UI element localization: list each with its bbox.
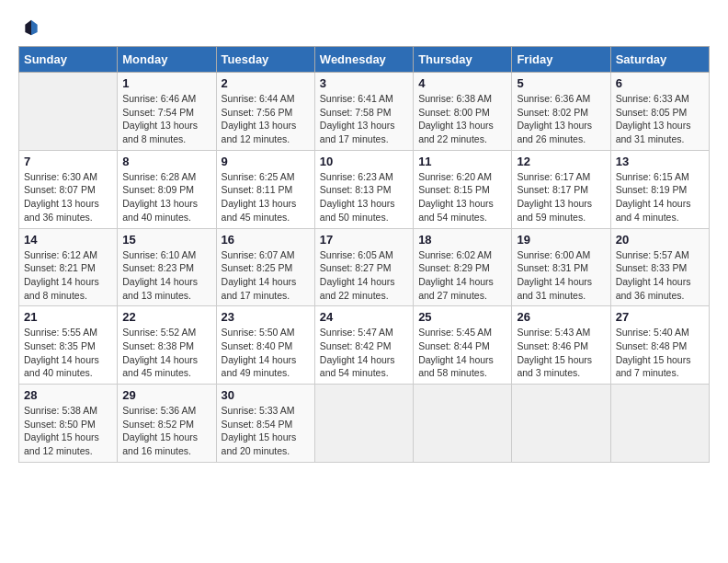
day-number: 2 <box>222 76 310 90</box>
calendar-cell: 17Sunrise: 6:05 AMSunset: 8:27 PMDayligh… <box>314 228 413 306</box>
calendar-cell: 3Sunrise: 6:41 AMSunset: 7:58 PMDaylight… <box>314 73 413 151</box>
day-number: 29 <box>122 388 210 402</box>
calendar-cell: 28Sunrise: 5:38 AMSunset: 8:50 PMDayligh… <box>19 385 118 463</box>
day-info: Sunrise: 6:07 AMSunset: 8:25 PMDaylight … <box>222 248 310 303</box>
col-monday: Monday <box>118 47 216 73</box>
calendar-cell: 13Sunrise: 6:15 AMSunset: 8:19 PMDayligh… <box>610 150 709 228</box>
week-row: 21Sunrise: 5:55 AMSunset: 8:35 PMDayligh… <box>19 306 710 385</box>
calendar-cell <box>414 385 512 463</box>
col-thursday: Thursday <box>414 47 512 73</box>
calendar-cell <box>512 385 610 463</box>
calendar-cell: 22Sunrise: 5:52 AMSunset: 8:38 PMDayligh… <box>118 306 216 385</box>
day-number: 11 <box>418 155 506 168</box>
day-info: Sunrise: 6:30 AMSunset: 8:07 PMDaylight … <box>24 170 112 224</box>
day-number: 23 <box>222 310 310 324</box>
calendar-cell: 6Sunrise: 6:33 AMSunset: 8:05 PMDaylight… <box>610 73 709 151</box>
calendar-cell: 18Sunrise: 6:02 AMSunset: 8:29 PMDayligh… <box>414 228 512 306</box>
day-info: Sunrise: 6:17 AMSunset: 8:17 PMDaylight … <box>517 170 605 224</box>
day-info: Sunrise: 6:15 AMSunset: 8:19 PMDaylight … <box>616 170 704 224</box>
calendar-cell: 8Sunrise: 6:28 AMSunset: 8:09 PMDaylight… <box>118 150 216 228</box>
col-tuesday: Tuesday <box>216 47 314 73</box>
day-number: 19 <box>517 233 605 247</box>
day-number: 4 <box>418 76 506 90</box>
day-number: 1 <box>122 76 210 90</box>
calendar-cell: 9Sunrise: 6:25 AMSunset: 8:11 PMDaylight… <box>216 150 314 228</box>
day-number: 6 <box>616 76 704 90</box>
day-info: Sunrise: 6:25 AMSunset: 8:11 PMDaylight … <box>222 170 310 224</box>
day-info: Sunrise: 6:12 AMSunset: 8:21 PMDaylight … <box>24 248 112 303</box>
day-number: 15 <box>122 233 210 247</box>
week-row: 7Sunrise: 6:30 AMSunset: 8:07 PMDaylight… <box>19 150 710 228</box>
logo-icon <box>22 18 40 37</box>
week-row: 28Sunrise: 5:38 AMSunset: 8:50 PMDayligh… <box>19 385 710 463</box>
calendar-cell: 14Sunrise: 6:12 AMSunset: 8:21 PMDayligh… <box>19 228 118 306</box>
calendar-cell: 7Sunrise: 6:30 AMSunset: 8:07 PMDaylight… <box>19 150 118 228</box>
logo <box>18 18 42 37</box>
calendar-cell <box>19 73 118 151</box>
calendar-cell: 10Sunrise: 6:23 AMSunset: 8:13 PMDayligh… <box>314 150 413 228</box>
calendar-cell: 12Sunrise: 6:17 AMSunset: 8:17 PMDayligh… <box>512 150 610 228</box>
day-number: 9 <box>222 155 310 168</box>
col-wednesday: Wednesday <box>314 47 413 73</box>
day-info: Sunrise: 6:02 AMSunset: 8:29 PMDaylight … <box>418 248 506 303</box>
day-info: Sunrise: 6:38 AMSunset: 8:00 PMDaylight … <box>418 92 506 146</box>
col-saturday: Saturday <box>610 47 709 73</box>
calendar-cell: 5Sunrise: 6:36 AMSunset: 8:02 PMDaylight… <box>512 73 610 151</box>
day-info: Sunrise: 6:00 AMSunset: 8:31 PMDaylight … <box>517 248 605 303</box>
day-number: 8 <box>122 155 210 168</box>
day-info: Sunrise: 6:44 AMSunset: 7:56 PMDaylight … <box>222 92 310 146</box>
day-number: 22 <box>122 310 210 324</box>
days-of-week-row: Sunday Monday Tuesday Wednesday Thursday… <box>19 47 710 73</box>
calendar-cell: 15Sunrise: 6:10 AMSunset: 8:23 PMDayligh… <box>118 228 216 306</box>
day-info: Sunrise: 6:05 AMSunset: 8:27 PMDaylight … <box>320 248 408 303</box>
day-number: 28 <box>24 388 112 402</box>
col-sunday: Sunday <box>19 47 118 73</box>
day-info: Sunrise: 5:43 AMSunset: 8:46 PMDaylight … <box>517 326 605 380</box>
calendar-cell: 4Sunrise: 6:38 AMSunset: 8:00 PMDaylight… <box>414 73 512 151</box>
day-number: 13 <box>616 155 704 168</box>
day-info: Sunrise: 5:38 AMSunset: 8:50 PMDaylight … <box>24 404 112 458</box>
day-info: Sunrise: 6:36 AMSunset: 8:02 PMDaylight … <box>517 92 605 146</box>
day-number: 26 <box>517 310 605 324</box>
calendar-header: Sunday Monday Tuesday Wednesday Thursday… <box>19 47 710 73</box>
day-info: Sunrise: 5:40 AMSunset: 8:48 PMDaylight … <box>616 326 704 380</box>
calendar-cell: 21Sunrise: 5:55 AMSunset: 8:35 PMDayligh… <box>19 306 118 385</box>
day-number: 30 <box>222 388 310 402</box>
day-info: Sunrise: 6:23 AMSunset: 8:13 PMDaylight … <box>320 170 408 224</box>
day-info: Sunrise: 5:57 AMSunset: 8:33 PMDaylight … <box>616 248 704 303</box>
calendar-cell: 16Sunrise: 6:07 AMSunset: 8:25 PMDayligh… <box>216 228 314 306</box>
page-header <box>18 18 710 37</box>
week-row: 14Sunrise: 6:12 AMSunset: 8:21 PMDayligh… <box>19 228 710 306</box>
calendar-cell: 25Sunrise: 5:45 AMSunset: 8:44 PMDayligh… <box>414 306 512 385</box>
day-number: 5 <box>517 76 605 90</box>
calendar-table: Sunday Monday Tuesday Wednesday Thursday… <box>18 46 710 463</box>
day-info: Sunrise: 5:47 AMSunset: 8:42 PMDaylight … <box>320 326 408 380</box>
calendar-cell: 23Sunrise: 5:50 AMSunset: 8:40 PMDayligh… <box>216 306 314 385</box>
day-info: Sunrise: 6:20 AMSunset: 8:15 PMDaylight … <box>418 170 506 224</box>
day-number: 7 <box>24 155 112 168</box>
calendar-cell: 1Sunrise: 6:46 AMSunset: 7:54 PMDaylight… <box>118 73 216 151</box>
day-number: 3 <box>320 76 408 90</box>
day-info: Sunrise: 6:33 AMSunset: 8:05 PMDaylight … <box>616 92 704 146</box>
day-number: 20 <box>616 233 704 247</box>
calendar-cell: 26Sunrise: 5:43 AMSunset: 8:46 PMDayligh… <box>512 306 610 385</box>
day-info: Sunrise: 5:52 AMSunset: 8:38 PMDaylight … <box>122 326 210 380</box>
day-number: 24 <box>320 310 408 324</box>
day-number: 27 <box>616 310 704 324</box>
day-info: Sunrise: 6:41 AMSunset: 7:58 PMDaylight … <box>320 92 408 146</box>
calendar-cell: 24Sunrise: 5:47 AMSunset: 8:42 PMDayligh… <box>314 306 413 385</box>
week-row: 1Sunrise: 6:46 AMSunset: 7:54 PMDaylight… <box>19 73 710 151</box>
day-number: 16 <box>222 233 310 247</box>
day-number: 12 <box>517 155 605 168</box>
calendar-body: 1Sunrise: 6:46 AMSunset: 7:54 PMDaylight… <box>19 73 710 463</box>
calendar-cell: 2Sunrise: 6:44 AMSunset: 7:56 PMDaylight… <box>216 73 314 151</box>
day-info: Sunrise: 6:28 AMSunset: 8:09 PMDaylight … <box>122 170 210 224</box>
day-number: 17 <box>320 233 408 247</box>
day-number: 25 <box>418 310 506 324</box>
calendar-cell: 30Sunrise: 5:33 AMSunset: 8:54 PMDayligh… <box>216 385 314 463</box>
calendar-cell: 20Sunrise: 5:57 AMSunset: 8:33 PMDayligh… <box>610 228 709 306</box>
calendar-cell: 27Sunrise: 5:40 AMSunset: 8:48 PMDayligh… <box>610 306 709 385</box>
day-info: Sunrise: 5:55 AMSunset: 8:35 PMDaylight … <box>24 326 112 380</box>
day-number: 21 <box>24 310 112 324</box>
day-info: Sunrise: 5:50 AMSunset: 8:40 PMDaylight … <box>222 326 310 380</box>
